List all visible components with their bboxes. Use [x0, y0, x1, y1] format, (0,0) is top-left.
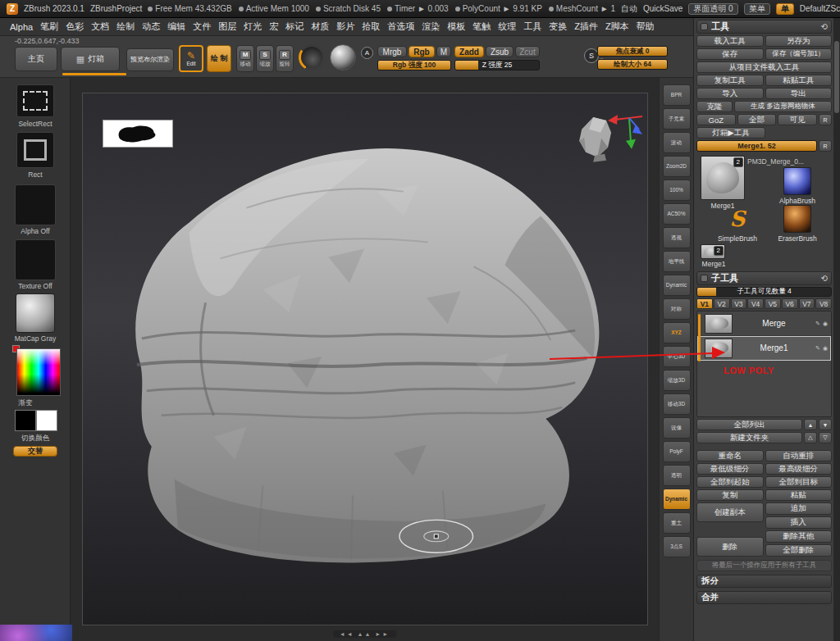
draw-size-slider[interactable]: 绘制大小 64 [597, 59, 668, 70]
right-shelf-button[interactable]: 设像 [663, 417, 691, 439]
menu-item[interactable]: 工具 [520, 19, 545, 34]
right-shelf-button[interactable]: 缩放3D [663, 370, 691, 391]
goz-button[interactable]: GoZ [696, 114, 736, 125]
right-shelf-button[interactable]: 地平线 [663, 251, 691, 272]
z-intensity-slider[interactable]: Z 强度 25 [454, 60, 540, 70]
menu-item[interactable]: 材质 [308, 19, 332, 34]
delete-all-button[interactable]: 全部删除 [765, 544, 833, 557]
alpha-slot-button[interactable] [15, 184, 56, 225]
right-shelf-button[interactable]: 透明 [663, 465, 691, 486]
subtool-row[interactable]: Merge ✎ ◉ [697, 311, 831, 336]
mrgb-button[interactable]: Mrgb [377, 46, 407, 57]
split-section-header[interactable]: 拆分 [696, 575, 832, 588]
menu-item[interactable]: 绘制 [113, 19, 138, 34]
menu-item[interactable]: 动态 [139, 19, 163, 34]
copy-subtool-button[interactable]: 复制 [696, 489, 764, 501]
subtool-row-selected[interactable]: Merge1 ✎ ◉ [697, 336, 831, 361]
select-rect-button[interactable] [16, 84, 54, 117]
paste-tool-button[interactable]: 粘贴工具 [765, 75, 833, 86]
copy-tool-button[interactable]: 复制工具 [696, 75, 764, 86]
clone-button[interactable]: 克隆 [696, 101, 733, 112]
subtool-view-tab[interactable]: V2 [714, 298, 730, 309]
menu-item[interactable]: 笔触 [469, 19, 494, 34]
menu-item[interactable]: 变换 [546, 19, 570, 34]
zsub-button[interactable]: Zsub [486, 46, 514, 57]
palette-restore-icon[interactable]: ⟲ [821, 22, 828, 31]
rgb-button[interactable]: Rgb [409, 46, 435, 57]
color-picker[interactable] [16, 348, 61, 396]
current-stroke-preview[interactable] [330, 44, 356, 70]
move-down-button[interactable]: ▼ [819, 419, 832, 430]
move-up-button[interactable]: ▲ [804, 419, 817, 430]
right-shelf-button[interactable]: Dynamic [663, 275, 691, 296]
rgb-intensity-slider[interactable]: Rgb 强度 100 [377, 60, 451, 70]
menu-item[interactable]: 笔刷 [37, 19, 62, 34]
menu-chip[interactable]: 菜单 [744, 3, 770, 15]
auto-masking-badge[interactable]: A [361, 47, 373, 59]
edit-mode-button[interactable]: ✎ Edit [179, 45, 203, 72]
auto-reorder-button[interactable]: 自动重排 [765, 450, 833, 461]
right-shelf-button[interactable]: 对称 [663, 298, 691, 320]
menu-item[interactable]: Alpha [7, 20, 36, 34]
stroke-rect-button[interactable] [16, 132, 54, 168]
panel-scrollbar[interactable] [833, 18, 840, 641]
right-shelf-button[interactable]: Zoom2D [663, 156, 691, 177]
right-shelf-button[interactable]: 3点S [663, 536, 691, 557]
load-tool-button[interactable]: 载入工具 [696, 35, 764, 47]
subtool-view-tab[interactable]: V7 [799, 298, 815, 309]
new-folder-button[interactable]: 新建文件夹 [696, 432, 802, 443]
menu-item[interactable]: 宏 [266, 19, 281, 34]
menu-item[interactable]: 影片 [333, 19, 358, 34]
subtool-view-tab[interactable]: V1 [696, 298, 713, 309]
menu-item[interactable]: 纹理 [495, 19, 519, 34]
draw-mode-button[interactable]: 绘 制 [207, 45, 231, 72]
mono-chip[interactable]: 单 [776, 3, 794, 15]
menu-item[interactable]: 渲染 [418, 19, 443, 34]
export-button[interactable]: 导出 [765, 88, 833, 99]
subtool-view-tab[interactable]: V6 [782, 298, 798, 309]
m-button[interactable]: M [436, 46, 451, 57]
menu-item[interactable]: 拾取 [358, 19, 383, 34]
alphabrush-thumbnail[interactable] [783, 167, 811, 195]
eraserbrush-thumbnail[interactable] [783, 205, 811, 233]
menu-item[interactable]: 文件 [189, 19, 214, 34]
merge-section-header[interactable]: 合并 [696, 591, 832, 604]
insert-button[interactable]: 插入 [765, 516, 833, 529]
canvas-scrollbar[interactable]: ◄◄ ▲▲ ►► [333, 630, 396, 638]
save-increment-button[interactable]: 保存（编号加1） [765, 48, 833, 60]
to-top-button[interactable]: △ [804, 432, 817, 443]
lightbox-button[interactable]: ▦ 灯箱 [61, 47, 120, 71]
right-shelf-button[interactable]: 中心3D [663, 346, 691, 367]
menu-item[interactable]: 编辑 [164, 19, 189, 34]
delete-button[interactable]: 删除 [696, 537, 764, 557]
menu-item[interactable]: Z插件 [571, 19, 601, 34]
texture-slot-button[interactable] [15, 239, 56, 280]
save-button[interactable]: 保存 [696, 48, 764, 60]
load-from-project-button[interactable]: 从项目文件载入工具 [696, 61, 832, 73]
zadd-button[interactable]: Zadd [454, 46, 484, 57]
list-all-button[interactable]: 全部列出 [696, 419, 802, 430]
highest-subdiv-button[interactable]: 最高级细分 [765, 463, 833, 475]
menu-item[interactable]: 图层 [215, 19, 240, 34]
zcut-button[interactable]: Zcut [515, 46, 540, 57]
subtool-view-tab[interactable]: V3 [731, 298, 747, 309]
ui-opacity-chip[interactable]: 界面透明 0 [688, 3, 737, 15]
duplicate-button[interactable]: 创建副本 [696, 502, 764, 522]
subtool-view-tab[interactable]: V8 [815, 298, 832, 309]
tool-palette-header[interactable]: 工具 ⟲ [696, 20, 832, 34]
quicksave-button[interactable]: QuickSave [643, 4, 682, 13]
import-button[interactable]: 导入 [696, 88, 764, 99]
panel-scrollbar-handle[interactable] [834, 41, 839, 113]
make-polymesh-button[interactable]: 生成 多边形网格物体 [734, 101, 832, 112]
active-tool-slider[interactable]: Merge1. 52 [696, 140, 817, 152]
model-mesh[interactable] [83, 93, 647, 625]
secondary-color-swatch[interactable] [36, 410, 57, 431]
apply-last-note[interactable]: 将最后一个操作应用于所有子工具 [696, 560, 832, 571]
scale-button[interactable]: S 缩放 [256, 45, 274, 72]
tool-r-button[interactable]: R [819, 140, 832, 152]
alternate-button[interactable]: 交替 [13, 446, 57, 457]
right-shelf-button[interactable]: 透视 [663, 227, 691, 248]
lowest-subdiv-button[interactable]: 最低级细分 [696, 463, 764, 475]
right-shelf-button[interactable]: Dynamic [663, 489, 691, 510]
move-button[interactable]: M 移动 [236, 45, 254, 72]
